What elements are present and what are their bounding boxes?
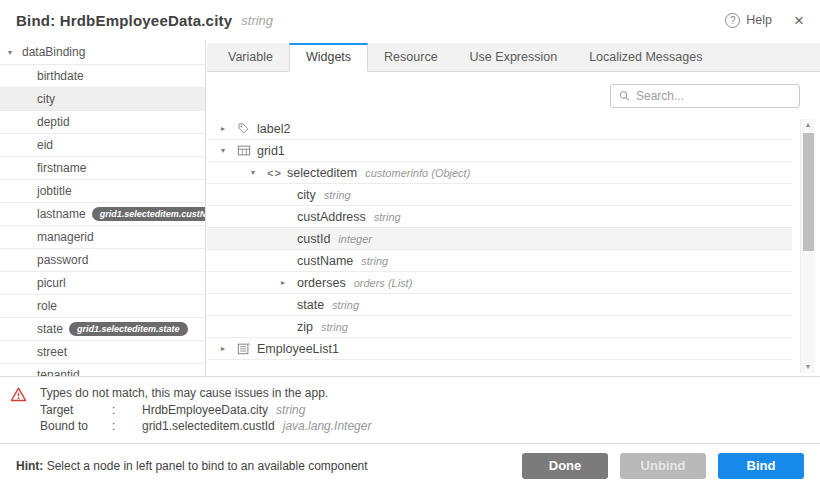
tree-node-orderses[interactable]: ▸ordersesorders (List) bbox=[207, 272, 792, 294]
dialog-header: Bind: HrdbEmployeeData.city string ? Hel… bbox=[0, 0, 820, 40]
warning-icon bbox=[10, 385, 40, 443]
tree-node-state[interactable]: statestring bbox=[207, 294, 792, 316]
sidebar-item-label: street bbox=[37, 345, 67, 359]
chevron-down-icon[interactable]: ▾ bbox=[8, 48, 22, 57]
done-button[interactable]: Done bbox=[522, 453, 608, 479]
sidebar-item-lastname[interactable]: lastnamegrid1.selecteditem.custNam bbox=[0, 203, 205, 226]
tag-icon bbox=[237, 122, 257, 135]
tree-node-city[interactable]: citystring bbox=[207, 184, 792, 206]
sidebar-item-role[interactable]: role bbox=[0, 295, 205, 318]
tab-variable[interactable]: Variable bbox=[212, 43, 289, 71]
tab-use-expression[interactable]: Use Expression bbox=[454, 43, 574, 71]
sidebar-item-label: tenantid bbox=[37, 368, 80, 376]
tree-node-label: label2 bbox=[257, 122, 290, 136]
search-row bbox=[207, 84, 820, 108]
sidebar-item-jobtitle[interactable]: jobtitle bbox=[0, 180, 205, 203]
sidebar-item-tenantid[interactable]: tenantid bbox=[0, 364, 205, 376]
scroll-up-icon[interactable]: ▲ bbox=[801, 119, 815, 131]
chevron-down-icon[interactable]: ▾ bbox=[251, 168, 267, 177]
tab-bar: VariableWidgetsResourceUse ExpressionLoc… bbox=[207, 43, 820, 72]
sidebar-item-label: managerid bbox=[37, 230, 94, 244]
chevron-right-icon[interactable]: ▸ bbox=[221, 344, 237, 353]
dialog-title-type: string bbox=[241, 13, 273, 28]
tree-node-zip[interactable]: zipstring bbox=[207, 316, 792, 338]
sidebar-item-picurl[interactable]: picurl bbox=[0, 272, 205, 295]
sidebar-item-street[interactable]: street bbox=[0, 341, 205, 364]
widget-tree: ▸label2▾grid1▾<>selecteditemcustomerinfo… bbox=[207, 118, 792, 360]
sidebar-item-managerid[interactable]: managerid bbox=[0, 226, 205, 249]
warning-bound-row: Bound to : grid1.selecteditem.custId jav… bbox=[40, 418, 371, 435]
binding-source-panel: VariableWidgetsResourceUse ExpressionLoc… bbox=[207, 40, 820, 376]
target-label: Target bbox=[40, 402, 112, 419]
sidebar-item-state[interactable]: stategrid1.selecteditem.state bbox=[0, 318, 205, 341]
tree-node-label: zip bbox=[297, 320, 313, 334]
bind-button[interactable]: Bind bbox=[718, 453, 804, 479]
sidebar-item-city[interactable]: city bbox=[0, 88, 205, 111]
tab-resource[interactable]: Resource bbox=[368, 43, 454, 71]
sidebar-item-label: role bbox=[37, 299, 57, 313]
bind-dialog: Bind: HrdbEmployeeData.city string ? Hel… bbox=[0, 0, 820, 488]
binding-badge: grid1.selecteditem.custNam bbox=[92, 207, 205, 221]
tree-node-label: grid1 bbox=[257, 144, 285, 158]
tree-node-label: custName bbox=[297, 254, 353, 268]
sidebar-item-deptid[interactable]: deptid bbox=[0, 111, 205, 134]
grid-icon bbox=[237, 144, 257, 157]
sidebar-root-label: dataBinding bbox=[22, 45, 85, 59]
type-mismatch-warning: Types do not match, this may cause issue… bbox=[0, 376, 820, 443]
search-icon bbox=[619, 90, 630, 102]
object-icon: <> bbox=[267, 167, 287, 179]
sidebar-item-label: city bbox=[37, 92, 55, 106]
bound-to-value: grid1.selecteditem.custId bbox=[142, 418, 275, 435]
chevron-down-icon[interactable]: ▾ bbox=[221, 146, 237, 155]
sidebar-item-password[interactable]: password bbox=[0, 249, 205, 272]
tab-widgets[interactable]: Widgets bbox=[289, 43, 368, 72]
sidebar-item-eid[interactable]: eid bbox=[0, 134, 205, 157]
sidebar-item-birthdate[interactable]: birthdate bbox=[0, 65, 205, 88]
dialog-footer: Hint: Select a node in left panel to bin… bbox=[0, 443, 820, 488]
binding-badge: grid1.selecteditem.state bbox=[69, 322, 188, 336]
scrollbar[interactable]: ▲ ▼ bbox=[800, 119, 815, 373]
sidebar-item-label: eid bbox=[37, 138, 53, 152]
tree-node-label: custId bbox=[297, 232, 330, 246]
chevron-right-icon[interactable]: ▸ bbox=[221, 124, 237, 133]
target-type: string bbox=[276, 402, 305, 419]
tree-node-label: orderses bbox=[297, 276, 346, 290]
tree-node-type: string bbox=[332, 299, 359, 311]
tab-localized-messages[interactable]: Localized Messages bbox=[573, 43, 718, 71]
search-box bbox=[610, 84, 800, 108]
sidebar-item-label: state bbox=[37, 322, 63, 336]
unbind-button[interactable]: Unbind bbox=[620, 453, 706, 479]
tree-node-custid[interactable]: custIdinteger bbox=[207, 228, 792, 250]
tree-node-employeelist1[interactable]: ▸EmployeeList1 bbox=[207, 338, 792, 360]
sidebar-items: birthdatecitydeptideidfirstnamejobtitlel… bbox=[0, 65, 205, 376]
tree-node-label2[interactable]: ▸label2 bbox=[207, 118, 792, 140]
sidebar-item-label: firstname bbox=[37, 161, 86, 175]
tree-node-custname[interactable]: custNamestring bbox=[207, 250, 792, 272]
tree-node-type: integer bbox=[338, 233, 372, 245]
sidebar-item-firstname[interactable]: firstname bbox=[0, 157, 205, 180]
scrollbar-thumb[interactable] bbox=[803, 133, 814, 251]
tree-node-custaddress[interactable]: custAddressstring bbox=[207, 206, 792, 228]
sidebar-item-label: lastname bbox=[37, 207, 86, 221]
tree-node-selecteditem[interactable]: ▾<>selecteditemcustomerinfo (Object) bbox=[207, 162, 792, 184]
tree-node-type: string bbox=[321, 321, 348, 333]
binding-fields-panel: ▾ dataBinding birthdatecitydeptideidfirs… bbox=[0, 40, 206, 376]
bound-to-label: Bound to bbox=[40, 418, 112, 435]
sidebar-item-label: deptid bbox=[37, 115, 70, 129]
sidebar-root-databinding[interactable]: ▾ dataBinding bbox=[0, 40, 205, 65]
sidebar-item-label: password bbox=[37, 253, 88, 267]
scroll-down-icon[interactable]: ▼ bbox=[801, 361, 815, 373]
search-input[interactable] bbox=[636, 89, 791, 103]
tree-node-type: string bbox=[361, 255, 388, 267]
tree-node-grid1[interactable]: ▾grid1 bbox=[207, 140, 792, 162]
tree-node-label: EmployeeList1 bbox=[257, 342, 339, 356]
sidebar-item-label: picurl bbox=[37, 276, 66, 290]
target-value: HrdbEmployeeData.city bbox=[142, 402, 268, 419]
help-button[interactable]: ? Help bbox=[725, 13, 772, 28]
tree-node-type: string bbox=[324, 189, 351, 201]
chevron-right-icon[interactable]: ▸ bbox=[281, 278, 297, 287]
close-icon[interactable]: × bbox=[794, 12, 804, 29]
tree-node-label: city bbox=[297, 188, 316, 202]
sidebar-item-label: birthdate bbox=[37, 69, 84, 83]
tree-node-type: string bbox=[374, 211, 401, 223]
